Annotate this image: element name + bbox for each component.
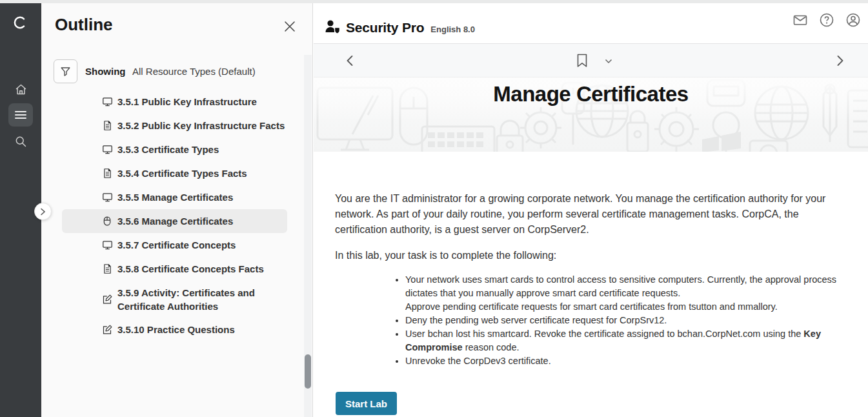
task-item: Your network uses smart cards to control… [405, 273, 840, 314]
home-button[interactable] [8, 77, 33, 101]
monitor-icon [102, 192, 113, 203]
bookmark-icon[interactable] [576, 53, 589, 68]
outline-item-3-5-9[interactable]: 3.5.9 Activity: Certificates and Certifi… [62, 281, 287, 318]
outline-title: Outline [55, 15, 113, 35]
outline-item-3-5-4[interactable]: 3.5.4 Certificate Types Facts [62, 161, 287, 185]
filter-value: All Resource Types (Default) [132, 66, 256, 77]
filter-showing-label: Showing [85, 66, 126, 77]
outline-item-label: 3.5.6 Manage Certificates [117, 216, 233, 227]
task-item: User bchan lost his smartcard. Revoke th… [405, 327, 840, 354]
back-chevron-icon[interactable] [345, 54, 356, 67]
outline-item-3-5-1[interactable]: 3.5.1 Public Key Infrastructure [62, 90, 287, 114]
scrollbar-thumb[interactable] [305, 354, 311, 389]
document-icon [102, 120, 113, 131]
task-text: Unrevoke the CorpDev3 certificate. [405, 356, 551, 366]
task-text: Your network uses smart cards to control… [405, 274, 836, 298]
task-text: Approve pending certificate requests for… [405, 301, 778, 312]
task-text: reason code. [463, 342, 520, 352]
task-item: Unrevoke the CorpDev3 certificate. [405, 354, 840, 368]
monitor-icon [102, 144, 113, 155]
mail-icon[interactable] [792, 12, 808, 28]
app-edition: English 8.0 [430, 25, 475, 34]
monitor-icon [102, 239, 113, 250]
outline-item-3-5-2[interactable]: 3.5.2 Public Key Infrastructure Facts [62, 114, 287, 137]
panel-collapse-toggle[interactable] [34, 203, 52, 220]
outline-item-label: 3.5.5 Manage Certificates [117, 192, 233, 203]
task-text: User bchan lost his smartcard. Revoke th… [405, 329, 803, 339]
outline-item-label: 3.5.10 Practice Questions [117, 324, 235, 335]
home-icon [14, 83, 28, 96]
account-icon[interactable] [845, 12, 861, 28]
outline-item-3-5-7[interactable]: 3.5.7 Certificate Concepts [62, 233, 287, 257]
outline-item-label: 3.5.2 Public Key Infrastructure Facts [117, 120, 285, 131]
close-icon[interactable] [283, 19, 297, 34]
outline-item-label: 3.5.7 Certificate Concepts [117, 239, 236, 250]
search-icon [14, 135, 27, 148]
edit-icon [102, 294, 113, 305]
monitor-icon [102, 96, 113, 107]
outline-scrollbar[interactable] [304, 55, 312, 417]
task-item: Deny the pending web server certificate … [405, 314, 840, 327]
start-lab-button[interactable]: Start Lab [336, 392, 397, 415]
app-header: Security Pro English 8.0 [314, 3, 868, 44]
mouse-icon [102, 216, 113, 227]
filter-button[interactable] [54, 59, 77, 83]
help-icon[interactable] [819, 12, 834, 28]
forward-chevron-icon[interactable] [835, 54, 847, 67]
chevron-down-icon[interactable] [604, 57, 613, 66]
filter-funnel-icon [59, 65, 72, 77]
outline-item-label: 3.5.8 Certificate Concepts Facts [117, 263, 264, 274]
header-icons [792, 12, 861, 28]
brand: Security Pro English 8.0 [324, 15, 475, 36]
task-intro: In this lab, your task is to complete th… [335, 248, 840, 263]
outline-list: 3.5.1 Public Key Infrastructure 3.5.2 Pu… [41, 90, 313, 341]
document-icon [102, 168, 113, 179]
outline-item-label: 3.5.3 Certificate Types [117, 144, 219, 155]
lesson-navbar [314, 44, 868, 77]
edit-icon [102, 324, 113, 335]
outline-item-3-5-3[interactable]: 3.5.3 Certificate Types [62, 137, 287, 161]
title-banner: Manage Certificates [314, 77, 868, 152]
app-title: Security Pro [346, 20, 424, 36]
outline-item-3-5-5[interactable]: 3.5.5 Manage Certificates [62, 185, 287, 209]
outline-item-label: 3.5.9 Activity: Certificates and Certifi… [117, 286, 276, 313]
outline-menu-icon [15, 110, 26, 119]
document-icon [102, 263, 113, 274]
outline-menu-button[interactable] [8, 103, 33, 127]
lab-intro: You are the IT administrator for a growi… [335, 191, 840, 238]
app-logo-icon [13, 15, 28, 30]
page-title: Manage Certificates [314, 82, 868, 107]
security-pro-logo-icon [324, 18, 341, 36]
task-text: Deny the pending web server certificate … [405, 315, 667, 325]
outline-panel: Outline Showing All Resource Types (Defa… [41, 3, 313, 417]
task-list: Your network uses smart cards to control… [335, 273, 840, 368]
search-button[interactable] [8, 130, 33, 153]
outline-item-3-5-10[interactable]: 3.5.10 Practice Questions [62, 318, 287, 341]
main-area: Security Pro English 8.0 [314, 3, 868, 417]
chevron-right-icon [40, 208, 46, 216]
outline-item-label: 3.5.1 Public Key Infrastructure [117, 96, 257, 107]
outline-item-label: 3.5.4 Certificate Types Facts [117, 168, 247, 179]
outline-item-3-5-8[interactable]: 3.5.8 Certificate Concepts Facts [62, 257, 287, 281]
lab-content: You are the IT administrator for a growi… [314, 152, 868, 415]
outline-item-3-5-6-selected[interactable]: 3.5.6 Manage Certificates [62, 209, 287, 233]
